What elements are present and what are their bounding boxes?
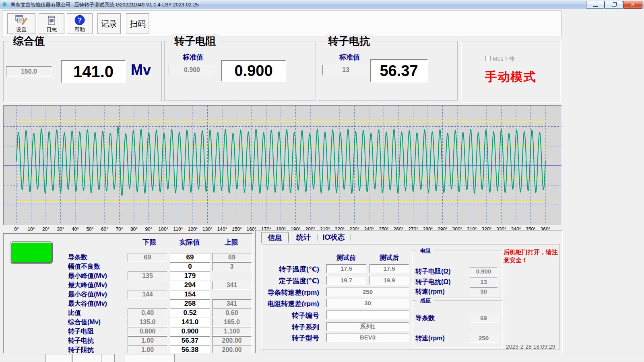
limits-lower-value: 135 [128,272,167,280]
summary-groupbox: 综合值 150.0 141.0 Mv [3,41,162,102]
checkbox-icon [485,56,491,61]
toolbar-button-label: 帮助 [74,26,85,33]
limits-lower-value: 69 [128,253,167,262]
limits-upper-value: 200.00 [212,336,252,345]
info-value: 250 [326,288,409,296]
waveform-svg [4,106,561,225]
induction-group: 感应 导条数69转速(rpm)250 [412,300,502,347]
tab-统计[interactable]: 统计 [292,232,315,243]
group-row-label: 转子电抗(Ω) [415,278,450,286]
restore-icon [612,3,616,7]
limits-row-label: 最大峰值(Mv) [68,281,107,290]
toolbar-button-5[interactable]: 扫码 [126,13,149,34]
resistance-actual-value: 0.900 [221,60,286,82]
limits-upper-value: 69 [212,253,252,262]
safety-warning-text: 后机柜门打开，请注意安全！ [504,248,560,265]
rotor-reactance-title: 转子电抗 [325,34,373,48]
limits-lower-value: 0.800 [128,327,167,336]
limits-upper-value: 341 [212,281,252,290]
restore-button[interactable] [605,1,623,9]
minimize-button[interactable] [586,1,605,9]
close-icon: ✕ [631,2,635,8]
mes-upload-label: Mes上传 [493,56,514,62]
toolbar-button-label: 设置 [16,26,27,33]
info-row-label: 电阻转速差(rpm) [259,299,319,309]
toolbar-button-label: 日志 [46,26,57,33]
partial-buttons-strip [0,353,644,362]
limits-actual-value: 179 [170,272,210,280]
waveform-chart[interactable] [3,105,562,225]
limits-lower-value: 0.40 [128,309,167,317]
limits-row-label: 最小峰值(Mv) [68,272,107,280]
info-value: BEV3 [326,333,409,342]
info-row-label: 定子温度(℃) [259,276,319,286]
toolbar-button-2[interactable]: 日志 [39,13,64,34]
tab-信息[interactable]: 信息 [261,232,289,243]
info-before-value: 19.7 [326,276,366,285]
summary-standard-value: 150.0 [6,66,52,77]
group-row-value: 30 [470,287,497,296]
info-after-value: 19.9 [369,276,409,285]
partial-button[interactable] [102,354,115,362]
info-row-label: 转子型号 [259,333,319,343]
limits-upper-value: 1.100 [212,327,252,336]
toolbar-button-4[interactable]: 记录 [97,13,121,34]
tab-IO状态[interactable]: IO状态 [319,232,348,243]
mode-groupbox: Mes上传 手动模式 [461,41,560,102]
app-icon: ❋ [2,1,7,8]
summary-actual-value: 141.0 [61,60,126,83]
limits-header-upper: 上限 [212,238,251,247]
group-row-label: 转速(rpm) [415,334,445,343]
tab-separator [318,234,318,241]
info-row-label: 导条转速差(rpm) [259,288,319,297]
info-row-label: 转子系列 [259,323,319,332]
info-value: 30 [326,299,409,308]
info-after-value: 17.5 [369,264,409,273]
limits-row-label: 转子电抗 [68,337,94,345]
svg-text:?: ? [78,16,82,24]
column-header-after: 测试后 [375,254,403,262]
limits-row-label: 综合值(Mv) [68,318,101,327]
info-value-input[interactable] [326,311,409,319]
mes-upload-checkbox[interactable]: Mes上传 [485,55,514,63]
group-row-value: 13 [470,278,497,286]
close-button[interactable]: ✕ [623,1,642,9]
group-row-label: 导条数 [415,314,435,323]
partial-button[interactable] [72,354,101,362]
window-title: 青岛艾普智能仪器有限公司--压铸转子测试系统 G202211049 V1.1.4… [10,2,199,8]
limits-row-label: 比值 [68,309,81,317]
limits-panel: 下限 实际值 上限 导条数696969幅值不良数03最小峰值(Mv)135179… [3,233,253,353]
toolbar-button-1[interactable]: 设置 [7,13,35,34]
resistance-standard-label: 标准值 [183,53,203,62]
limits-actual-value: 154 [170,290,210,299]
group-row-label: 转子电阻(Ω) [415,267,450,276]
application-window: { "window": { "title": "青岛艾普智能仪器有限公司--压铸… [0,0,644,362]
partial-button[interactable] [45,354,72,362]
limits-actual-value: 56.37 [170,336,210,345]
info-row-label: 转子温度(℃) [259,265,319,274]
log-document-icon [47,14,56,26]
partial-button[interactable] [125,354,175,362]
limits-actual-value: 258 [170,299,210,308]
info-panel: 信息统计IO状态 测试前 测试后 转子温度(℃)17.517.5定子温度(℃)1… [255,230,563,353]
limits-actual-value: 69 [170,253,210,262]
group-row-label: 转速(rpm) [415,288,445,296]
limits-row-label: 转子电阻 [68,327,94,336]
toolbar-button-label: 扫码 [130,19,146,29]
reactance-actual-value: 56.37 [370,59,428,82]
limits-actual-value: 294 [170,281,210,290]
reactance-standard-label: 标准值 [339,53,360,62]
column-header-before: 测试前 [332,254,360,262]
limits-upper-value: 341 [212,299,252,308]
toolbar-button-3[interactable]: ?帮助 [67,13,93,34]
limits-row-label: 最小谷值(Mv) [68,290,107,299]
toolbar: 设置日志?帮助记录扫码 [2,10,561,37]
info-before-value: 17.5 [326,264,366,273]
limits-row-label: 最大谷值(Mv) [68,300,107,308]
manual-mode-text: 手动模式 [461,69,560,85]
limits-lower-value: 135.0 [128,318,167,327]
minimize-icon [593,6,598,7]
info-row-label: 转子编号 [259,311,319,320]
resistance-group: 电阻 转子电阻(Ω)0.900转子电抗(Ω)13转速(rpm)30 [412,251,502,298]
rotor-reactance-groupbox: 转子电抗 标准值 13 56.37 [318,41,458,101]
